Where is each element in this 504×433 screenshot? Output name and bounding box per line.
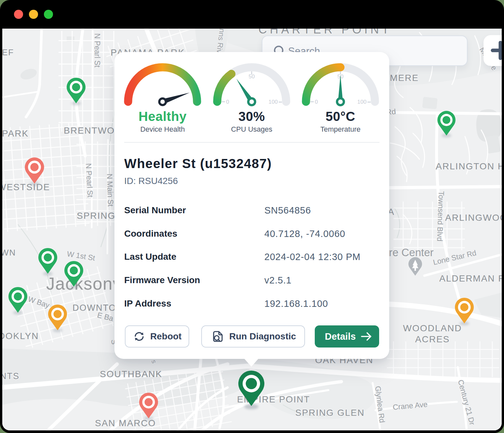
svg-text:N Pearl St: N Pearl St [84,163,94,198]
svg-text:ACRES: ACRES [415,334,450,344]
svg-text:NTS: NTS [2,371,20,381]
svg-text:CHARTER POINT: CHARTER POINT [259,29,392,36]
svg-text:ALDERMAN PARK: ALDERMAN PARK [439,273,502,283]
svg-text:N Pearl St: N Pearl St [93,33,101,68]
svg-text:re Center: re Center [389,246,434,258]
svg-text:0: 0 [226,99,229,105]
svg-text:Townsend Blvd: Townsend Blvd [435,191,445,242]
svg-text:BROOKLYN: BROOKLYN [2,331,39,341]
svg-text:WESTSIDE: WESTSIDE [2,182,50,192]
svg-text:EF: EF [2,47,14,57]
svg-text:WN: WN [2,248,16,257]
svg-text:100: 100 [357,99,366,105]
svg-text:SOUTHBANK: SOUTHBANK [100,369,162,379]
svg-text:100: 100 [269,99,278,105]
svg-text:WOODLAND: WOODLAND [403,323,462,333]
svg-text:PARK: PARK [2,128,29,138]
svg-text:50: 50 [249,73,255,80]
svg-text:ARLINGTON HEIGHTS: ARLINGTON HEIGHTS [436,161,502,171]
svg-text:SPRING GLEN: SPRING GLEN [295,408,365,418]
svg-text:ARLINGWOOD: ARLINGWOOD [445,213,502,223]
svg-text:0: 0 [315,99,318,105]
svg-text:N Main St: N Main St [105,174,115,207]
